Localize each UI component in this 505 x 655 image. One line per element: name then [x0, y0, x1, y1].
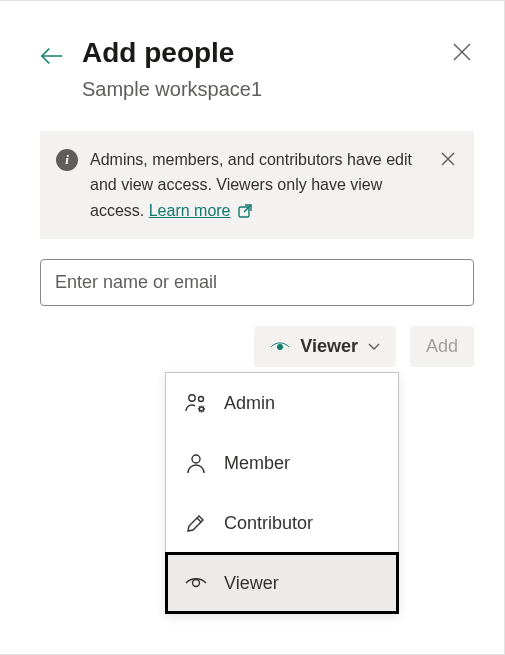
- banner-close-icon[interactable]: [438, 149, 458, 169]
- back-icon[interactable]: [40, 44, 64, 68]
- dialog-title: Add people: [82, 36, 450, 70]
- eye-icon: [184, 571, 208, 595]
- info-icon: i: [56, 149, 78, 171]
- edit-icon: [184, 511, 208, 535]
- role-option-admin[interactable]: Admin: [166, 373, 398, 433]
- role-option-viewer[interactable]: Viewer: [166, 553, 398, 613]
- eye-icon: [270, 339, 290, 355]
- external-link-icon: [237, 203, 253, 219]
- people-gear-icon: [184, 391, 208, 415]
- info-banner: i Admins, members, and contributors have…: [40, 131, 474, 240]
- info-text: Admins, members, and contributors have e…: [90, 147, 426, 224]
- role-dropdown-button[interactable]: Viewer: [254, 326, 396, 367]
- name-email-input[interactable]: [40, 259, 474, 306]
- svg-point-10: [200, 407, 204, 411]
- role-option-member[interactable]: Member: [166, 433, 398, 493]
- svg-point-13: [193, 580, 200, 587]
- dialog-header: Add people Sample workspace1: [0, 1, 504, 121]
- close-icon[interactable]: [450, 40, 474, 64]
- svg-point-8: [189, 395, 195, 401]
- add-button[interactable]: Add: [410, 326, 474, 367]
- role-dropdown-menu: Admin Member Contributor: [165, 372, 399, 614]
- learn-more-link[interactable]: Learn more: [149, 198, 253, 224]
- svg-line-4: [244, 205, 251, 212]
- svg-point-11: [192, 455, 200, 463]
- role-option-contributor[interactable]: Contributor: [166, 493, 398, 553]
- svg-point-9: [199, 397, 204, 402]
- dialog-subtitle: Sample workspace1: [82, 78, 450, 101]
- chevron-down-icon: [368, 343, 380, 351]
- svg-line-12: [197, 518, 201, 522]
- person-icon: [184, 451, 208, 475]
- svg-point-7: [277, 344, 283, 350]
